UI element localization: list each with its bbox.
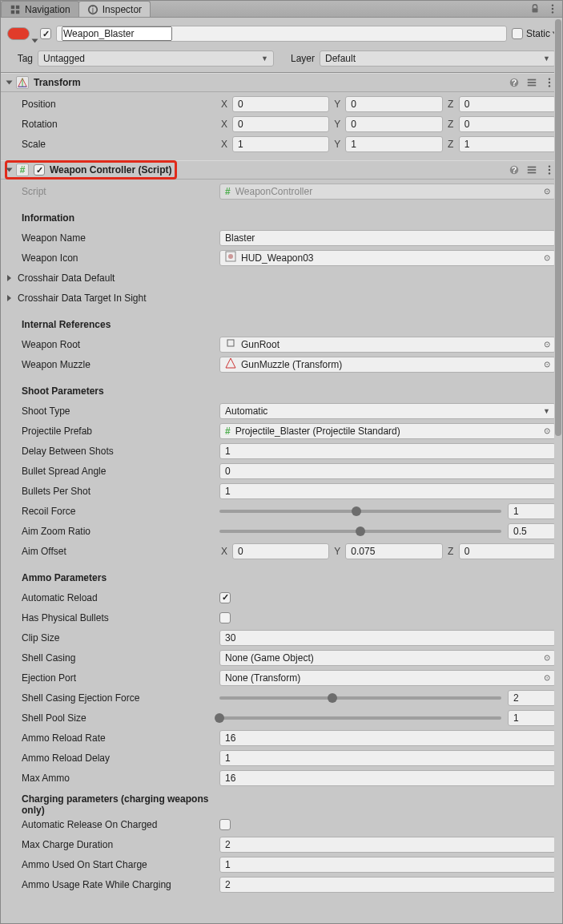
- layer-dropdown[interactable]: Default▼: [320, 50, 556, 67]
- gameobject-icon[interactable]: [7, 27, 30, 40]
- gameobject-active-checkbox[interactable]: [40, 28, 51, 39]
- shoot-type-label: Shoot Type: [7, 406, 219, 417]
- shell-casing-object-field[interactable]: None (Game Object) ⊙: [219, 650, 556, 666]
- ammo-usage-rate-input[interactable]: [219, 877, 556, 893]
- svg-point-23: [549, 165, 550, 167]
- position-z-input[interactable]: [459, 96, 556, 112]
- aim-offset-z-input[interactable]: [459, 543, 556, 559]
- object-picker-icon[interactable]: ⊙: [544, 187, 550, 196]
- tag-label: Tag: [7, 53, 33, 64]
- lock-icon[interactable]: [529, 2, 541, 15]
- preset-icon[interactable]: [525, 163, 538, 176]
- aim-offset-vector3: X Y Z: [219, 543, 556, 559]
- svg-rect-20: [528, 167, 537, 168]
- automatic-reload-checkbox[interactable]: [219, 592, 231, 603]
- position-label: Position: [7, 99, 219, 110]
- charging-parameters-header: Charging parameters (charging weapons on…: [7, 793, 219, 816]
- bullets-per-shot-input[interactable]: [219, 483, 556, 499]
- chevron-down-icon[interactable]: [32, 39, 38, 43]
- ammo-used-on-start-charge-input[interactable]: [219, 857, 556, 873]
- recoil-force-input[interactable]: [508, 503, 556, 519]
- weapon-icon-object-field[interactable]: HUD_Weapon03 ⊙: [219, 250, 556, 266]
- aim-offset-label: Aim Offset: [7, 546, 219, 557]
- ejection-port-label: Ejection Port: [7, 672, 219, 684]
- shoot-type-dropdown[interactable]: Automatic▼: [219, 403, 556, 419]
- gameobject-name-input[interactable]: [56, 26, 507, 42]
- foldout-toggle-icon[interactable]: [6, 168, 13, 172]
- svg-point-25: [549, 172, 550, 174]
- object-picker-icon[interactable]: ⊙: [544, 673, 550, 682]
- max-charge-duration-input[interactable]: [219, 837, 556, 853]
- tab-inspector[interactable]: i Inspector: [78, 1, 151, 17]
- scale-y-input[interactable]: [345, 136, 442, 152]
- aim-zoom-ratio-slider[interactable]: [219, 523, 556, 539]
- script-icon: #: [16, 163, 29, 176]
- clip-size-input[interactable]: [219, 630, 556, 646]
- aim-offset-y-input[interactable]: [345, 543, 442, 559]
- transform-component-header[interactable]: Transform ?: [1, 73, 562, 92]
- object-picker-icon[interactable]: ⊙: [544, 340, 550, 349]
- max-ammo-input[interactable]: [219, 770, 556, 786]
- object-picker-icon[interactable]: ⊙: [544, 426, 550, 435]
- chevron-down-icon: ▼: [543, 407, 550, 415]
- tab-menu-icon[interactable]: [546, 2, 559, 15]
- has-physical-bullets-checkbox[interactable]: [219, 612, 231, 623]
- crosshair-target-foldout[interactable]: Crosshair Data Target In Sight: [7, 293, 219, 304]
- foldout-toggle-icon[interactable]: [6, 81, 13, 85]
- ammo-reload-rate-input[interactable]: [219, 730, 556, 746]
- component-enabled-checkbox[interactable]: [34, 164, 45, 176]
- svg-rect-2: [11, 10, 14, 13]
- weapon-muzzle-object-field[interactable]: GunMuzzle (Transform) ⊙: [219, 357, 556, 373]
- weapon-root-object-field[interactable]: GunRoot ⊙: [219, 337, 556, 353]
- rotation-label: Rotation: [7, 119, 219, 130]
- svg-rect-22: [528, 172, 537, 174]
- ammo-reload-delay-input[interactable]: [219, 750, 556, 766]
- rotation-z-input[interactable]: [459, 116, 556, 132]
- crosshair-default-foldout[interactable]: Crosshair Data Default: [7, 272, 219, 284]
- shell-ejection-force-input[interactable]: [508, 690, 556, 706]
- shell-pool-size-slider[interactable]: [219, 710, 556, 726]
- help-icon[interactable]: ?: [508, 76, 521, 89]
- delay-between-shots-input[interactable]: [219, 443, 556, 459]
- object-picker-icon[interactable]: ⊙: [544, 360, 550, 369]
- auto-release-checkbox[interactable]: [219, 819, 231, 830]
- weaponcontroller-component-header[interactable]: # Weapon Controller (Script) ?: [1, 160, 562, 180]
- tag-dropdown[interactable]: Untagged▼: [38, 50, 274, 67]
- shell-pool-size-input[interactable]: [508, 710, 556, 726]
- svg-text:?: ?: [512, 78, 517, 87]
- tab-inspector-label: Inspector: [103, 4, 142, 15]
- scale-z-input[interactable]: [459, 136, 556, 152]
- object-picker-icon[interactable]: ⊙: [544, 253, 550, 262]
- static-checkbox[interactable]: [512, 28, 523, 39]
- rotation-x-input[interactable]: [232, 116, 329, 132]
- object-picker-icon[interactable]: ⊙: [544, 653, 550, 662]
- preset-icon[interactable]: [525, 76, 538, 89]
- position-x-input[interactable]: [232, 96, 329, 112]
- aim-zoom-ratio-input[interactable]: [508, 523, 556, 539]
- weapon-name-input[interactable]: [219, 230, 556, 246]
- ammo-reload-rate-label: Ammo Reload Rate: [7, 732, 219, 744]
- inspector-scrollbar[interactable]: [554, 18, 562, 923]
- sprite-icon: [225, 251, 236, 264]
- bullet-spread-input[interactable]: [219, 463, 556, 479]
- svg-rect-3: [16, 10, 19, 13]
- aim-offset-x-input[interactable]: [232, 543, 329, 559]
- weapon-root-label: Weapon Root: [7, 339, 219, 350]
- help-icon[interactable]: ?: [508, 163, 521, 176]
- tab-navigation[interactable]: Navigation: [1, 1, 79, 17]
- projectile-prefab-object-field[interactable]: #Projectile_Blaster (Projectile Standard…: [219, 423, 556, 439]
- ammo-usage-rate-label: Ammo Usage Rate While Charging: [7, 879, 219, 890]
- ejection-port-object-field[interactable]: None (Transform) ⊙: [219, 670, 556, 686]
- tab-navigation-label: Navigation: [25, 4, 70, 15]
- rotation-y-input[interactable]: [345, 116, 442, 132]
- static-label: Static: [526, 28, 550, 39]
- position-vector3: X Y Z: [219, 96, 556, 112]
- svg-point-17: [549, 85, 550, 87]
- transform-title: Transform: [34, 77, 81, 88]
- position-y-input[interactable]: [345, 96, 442, 112]
- auto-release-label: Automatic Release On Charged: [7, 819, 219, 830]
- ammo-used-on-start-charge-label: Ammo Used On Start Charge: [7, 859, 219, 870]
- scale-x-input[interactable]: [232, 136, 329, 152]
- recoil-force-slider[interactable]: [219, 503, 556, 519]
- shell-ejection-force-slider[interactable]: [219, 690, 556, 706]
